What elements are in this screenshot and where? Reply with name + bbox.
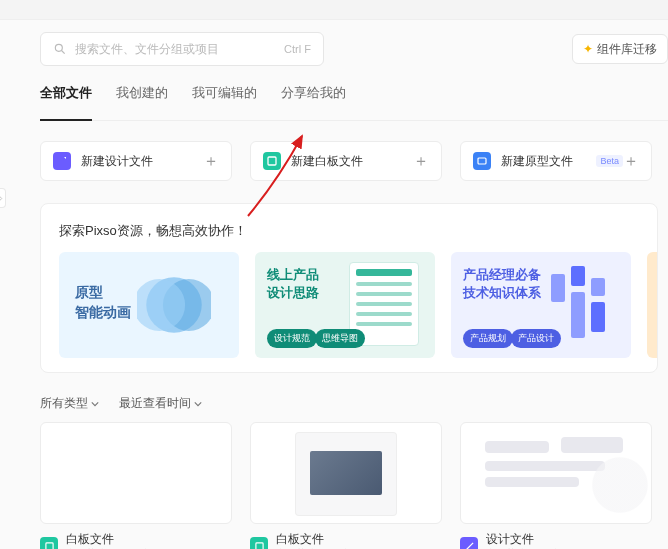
create-prototype-file[interactable]: 新建原型文件 Beta ＋ (460, 141, 652, 181)
migrate-label: 组件库迁移 (597, 41, 657, 58)
tab-all-files[interactable]: 全部文件 (40, 84, 92, 121)
file-tabs: 全部文件 我创建的 我可编辑的 分享给我的 (40, 66, 668, 121)
component-library-migrate-button[interactable]: ✦ 组件库迁移 (572, 34, 668, 64)
design-file-icon (53, 152, 71, 170)
top-bar (0, 0, 668, 20)
tab-shared[interactable]: 分享给我的 (281, 84, 346, 110)
svg-rect-8 (255, 542, 262, 549)
filter-type[interactable]: 所有类型 (40, 395, 99, 412)
resource-banner: 探索Pixso资源，畅想高效协作！ 原型智能动画 线上产品设计思路 设计规范 思… (40, 203, 658, 373)
tag: 产品规划 (463, 329, 513, 348)
file-item[interactable]: 白板文件 我的草稿 · 1 分钟前修改 (40, 422, 232, 549)
banner-title: 探索Pixso资源，畅想高效协作！ (59, 222, 657, 240)
search-input[interactable]: 搜索文件、文件分组或项目 Ctrl F (40, 32, 324, 66)
sidebar-collapse-toggle[interactable] (0, 188, 6, 208)
design-file-icon (460, 537, 478, 549)
watermark-icon (580, 445, 660, 525)
resource-card-design-thinking[interactable]: 线上产品设计思路 设计规范 思维导图 (255, 252, 435, 358)
create-prototype-label: 新建原型文件 (501, 153, 592, 170)
chevron-down-icon (194, 400, 202, 408)
search-shortcut: Ctrl F (284, 43, 311, 55)
create-whiteboard-file[interactable]: 新建白板文件 ＋ (250, 141, 442, 181)
blob-icon (137, 268, 211, 342)
create-design-label: 新建设计文件 (81, 153, 203, 170)
svg-point-0 (55, 44, 62, 51)
whiteboard-file-icon (250, 537, 268, 549)
whiteboard-file-icon (263, 152, 281, 170)
plus-icon: ＋ (203, 151, 219, 172)
tab-editable[interactable]: 我可编辑的 (192, 84, 257, 110)
svg-line-1 (62, 51, 65, 54)
create-whiteboard-label: 新建白板文件 (291, 153, 413, 170)
file-thumbnail (250, 422, 442, 524)
plus-icon: ＋ (413, 151, 429, 172)
tag: 设计规范 (267, 329, 317, 348)
file-item[interactable]: 白板文件 我的草稿 · 3 天前修改 (250, 422, 442, 549)
plus-icon: ＋ (623, 151, 639, 172)
chevron-down-icon (91, 400, 99, 408)
whiteboard-file-icon (40, 537, 58, 549)
file-name: 白板文件 (276, 532, 373, 547)
file-name: 设计文件 (486, 532, 583, 547)
file-name: 白板文件 (66, 532, 173, 547)
search-placeholder: 搜索文件、文件分组或项目 (75, 41, 284, 58)
filter-sort[interactable]: 最近查看时间 (119, 395, 202, 412)
resource-card-prototype-animation[interactable]: 原型智能动画 (59, 252, 239, 358)
bars-illustration (551, 266, 617, 344)
svg-rect-3 (478, 158, 486, 164)
file-thumbnail (40, 422, 232, 524)
tab-created-by-me[interactable]: 我创建的 (116, 84, 168, 110)
prototype-file-icon (473, 152, 491, 170)
svg-rect-2 (268, 157, 276, 165)
svg-rect-7 (45, 542, 52, 549)
resource-card-pm-knowledge[interactable]: 产品经理必备技术知识体系 产品规划 产品设计 (451, 252, 631, 358)
sparkle-icon: ✦ (583, 42, 593, 56)
resource-card-more[interactable] (647, 252, 657, 358)
tag: 产品设计 (511, 329, 561, 348)
search-icon (53, 42, 67, 56)
tag: 思维导图 (315, 329, 365, 348)
beta-badge: Beta (596, 155, 623, 167)
create-design-file[interactable]: 新建设计文件 ＋ (40, 141, 232, 181)
